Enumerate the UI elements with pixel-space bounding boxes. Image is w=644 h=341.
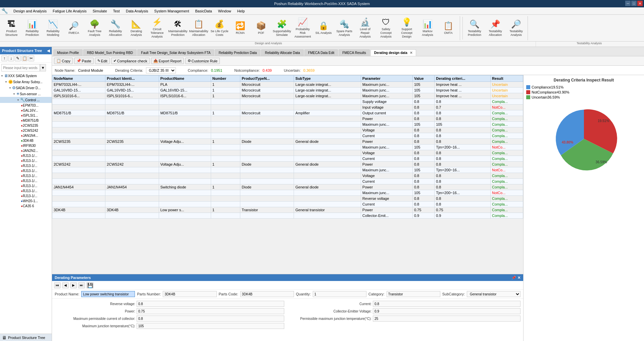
pof-btn[interactable]: 📦 POF [251, 17, 271, 40]
copy-btn[interactable]: 📋 Copy [54, 58, 73, 64]
tree-item-sada-driver[interactable]: ▼ ⚙ SADA Driver D... [0, 85, 52, 91]
derating-criteria-select[interactable]: GJB/Z 35 III [146, 67, 176, 73]
table-row[interactable]: 3DK4B3DK4BLow power s...1TransistorGener… [52, 207, 523, 213]
tree-item-3dk4b[interactable]: ● 3DK4B [0, 138, 52, 143]
tree-item-jan2n2[interactable]: ● JAN2N2... [0, 148, 52, 153]
table-row[interactable]: Current0.80.8Compla... [52, 133, 523, 139]
table-row[interactable]: 2CWS2352CWS235Voltage Adju...1DiodeGener… [52, 139, 523, 145]
subcategory-select[interactable]: General transistor [467, 291, 521, 297]
menu-item-test[interactable]: Test [110, 8, 122, 14]
maintainability-prediction-btn[interactable]: 🛠 Maintainability Prediction [168, 17, 188, 40]
table-row[interactable]: 2CWS2422CWS242Voltage Adju...1DiodeGener… [52, 162, 523, 167]
testability-analysis-btn[interactable]: 🔎 Testability Analysis [506, 17, 526, 40]
table-row[interactable]: MD8751/BMD8751/BMD8751/B1MicrocircuitAmp… [52, 110, 523, 116]
tab-fmeca-edit[interactable]: FMECA Data Edit [304, 49, 338, 56]
table-row[interactable]: Voltage0.80.8Compla... [52, 127, 523, 133]
export-report-btn[interactable]: 📤 Export Report [151, 58, 184, 64]
bottom-panel-pin-icon[interactable]: 📌 [511, 276, 516, 280]
tree-item-epm703[interactable]: ● EPM703... [0, 103, 52, 108]
sil-analysis-btn[interactable]: 🔒 SIL Analysis [313, 17, 334, 40]
tree-item-rj13-9[interactable]: ● RJ13-1/... [0, 193, 52, 198]
sidebar-edit-btn[interactable]: ✎ [15, 55, 21, 61]
maintainability-allocation-btn[interactable]: 📋 Maintainability Allocation [189, 17, 209, 40]
tree-item-md8751[interactable]: ● MD8751/B [0, 118, 52, 123]
omta-btn[interactable]: 📋 OMTA [438, 17, 458, 40]
sidebar-collapse-tree-btn[interactable]: ↓ [8, 55, 14, 61]
table-row[interactable]: Current0.80.8Compla... [52, 202, 523, 207]
safety-concept-btn[interactable]: 🛡 Safety Concept Analysis [376, 17, 396, 40]
tree-item-rj13-3[interactable]: ● RJ13-1/... [0, 163, 52, 168]
fmeca-btn[interactable]: 🔎 FMECA [64, 17, 84, 40]
tab-fmeca-results[interactable]: FMECA Results [339, 49, 370, 56]
table-row[interactable]: JAN1N4454JAN1N4454Switching diode1DiodeG… [52, 184, 523, 190]
menu-item-design-and-analysis[interactable]: Design and Analysis [11, 8, 49, 14]
tree-item-rj13-8[interactable]: ● RJ13-1/... [0, 188, 52, 193]
tree-item-ca35[interactable]: ● CA35 6 [0, 204, 52, 209]
menu-item-help[interactable]: Help [235, 8, 248, 14]
table-row[interactable]: Maximum junc...105105Compla... [52, 122, 523, 127]
table-row[interactable]: Current0.80.8Compla... [52, 179, 523, 184]
parts-code-input[interactable] [240, 291, 294, 297]
tree-item-gal16v[interactable]: ● GAL16V... [0, 108, 52, 113]
compliance-check-btn[interactable]: ✔ Compliance check [111, 58, 150, 64]
table-row[interactable]: Power0.80.8Compla... [52, 116, 523, 122]
tree-item-rj13-4[interactable]: ● RJ13-1/... [0, 168, 52, 173]
circuit-tolerance-btn[interactable]: ⚡ Circuit Tolerance Analysis [147, 17, 167, 40]
tree-item-control[interactable]: ▼ 🔧 Control ... [0, 97, 52, 103]
sidebar-collapse-btn[interactable]: ◀ [47, 49, 50, 53]
tree-item-rj13-6[interactable]: ● RJ13-1/... [0, 178, 52, 183]
nav-prev-btn[interactable]: ◀ [62, 282, 69, 288]
edit-btn[interactable]: ✎ Edit [95, 58, 110, 64]
table-row[interactable]: Voltage0.80.8Compla... [52, 173, 523, 179]
ce-voltage-input[interactable] [373, 308, 521, 314]
table-row[interactable]: Voltage0.80.8Compla... [52, 150, 523, 156]
table-row[interactable]: Maximum junc...105Tjm=200~16...NotCo... [52, 145, 523, 150]
menu-item-fatigue-life-analysis[interactable]: Fatigue Life Analysis [50, 8, 89, 14]
reliability-prediction-btn[interactable]: 📊 Reliability Prediction [22, 17, 42, 40]
menu-item-simulate[interactable]: Simulate [90, 8, 110, 14]
life-cycle-costs-btn[interactable]: 💰 Se Life Cycle Costs [209, 17, 230, 40]
junction-temp-input[interactable] [137, 323, 284, 329]
table-row[interactable]: Reverse voltage0.80.8Compla... [52, 196, 523, 202]
product-name-input[interactable] [81, 291, 135, 297]
paste-btn[interactable]: 📌 Paste [74, 58, 94, 64]
restore-btn[interactable]: □ [631, 1, 637, 6]
tab-fault-tree[interactable]: Fault Tree Design_Solar Array Subsystem … [137, 49, 214, 56]
nav-next-btn[interactable]: ▶ [70, 282, 77, 288]
tree-item-sun-sensor[interactable]: ▼ ☀ Sun-sensor ... [0, 91, 52, 97]
tree-item-2cws242[interactable]: ● 2CWS242 [0, 128, 52, 133]
tab-reliability-allocate[interactable]: Reliability Allocate Data [261, 49, 304, 56]
support-concept-btn[interactable]: 💡 Support Concept Design [397, 17, 417, 40]
supportability-simulate-btn[interactable]: 🧩 Supportability Simulate [272, 17, 292, 40]
quantity-input[interactable] [313, 291, 366, 297]
window-controls[interactable]: ─ □ ✕ [625, 1, 643, 6]
minimize-btn[interactable]: ─ [625, 1, 631, 6]
derating-analysis-btn[interactable]: 📐 Derating Analysis [126, 17, 146, 40]
table-row[interactable]: Maximum junc...105Tjm=200~16...NotCo... [52, 167, 523, 173]
tree-item-2cws235[interactable]: ● 2CWS235 [0, 123, 52, 128]
category-input[interactable] [387, 291, 440, 297]
table-row[interactable]: Maximum junc...105Tjm=200~16...NotCo... [52, 190, 523, 196]
save-btn[interactable]: 💾 [86, 282, 94, 288]
menu-item-data-analysis[interactable]: Data Analysis [123, 8, 151, 14]
tree-item-isplsi1[interactable]: ● ISPLSI1... [0, 113, 52, 118]
tree-item-irf9530[interactable]: ● IRF9530 [0, 143, 52, 148]
tree-item-rj13-1[interactable]: ● RJ13-1/... [0, 153, 52, 158]
close-btn[interactable]: ✕ [637, 1, 643, 6]
tab-reliability-prediction[interactable]: Reliability Prediction Data [215, 49, 260, 56]
tab-mission-profile[interactable]: Mission Profile [53, 49, 83, 56]
sidebar-copy-btn[interactable]: 📋 [21, 55, 28, 61]
fault-tree-btn[interactable]: 🌳 Fault Tree Analysis [85, 17, 105, 40]
tree-item-rj13-7[interactable]: ● RJ13-1/... [0, 183, 52, 188]
markov-analysis-btn[interactable]: 📊 Markov Analysis [417, 17, 438, 40]
max-junction-input[interactable] [373, 316, 521, 322]
menu-item-window[interactable]: Window [215, 8, 234, 14]
sidebar-cut-btn[interactable]: ✂ [28, 55, 34, 61]
testability-allocation-btn[interactable]: 📌 Testability Allocation [485, 17, 505, 40]
table-row[interactable]: GAL16V8D-15...GAL16V8D-15...GAL16V8D-15.… [52, 88, 523, 93]
menu-item-system-management[interactable]: System Management [152, 8, 192, 14]
nav-first-btn[interactable]: ⏮ [54, 282, 61, 288]
sidebar-expand-btn[interactable]: ↑ [1, 55, 7, 61]
tree-item-rj13-2[interactable]: ● RJ13-1/... [0, 158, 52, 163]
table-row[interactable]: Current0.80.8Compla... [52, 156, 523, 162]
